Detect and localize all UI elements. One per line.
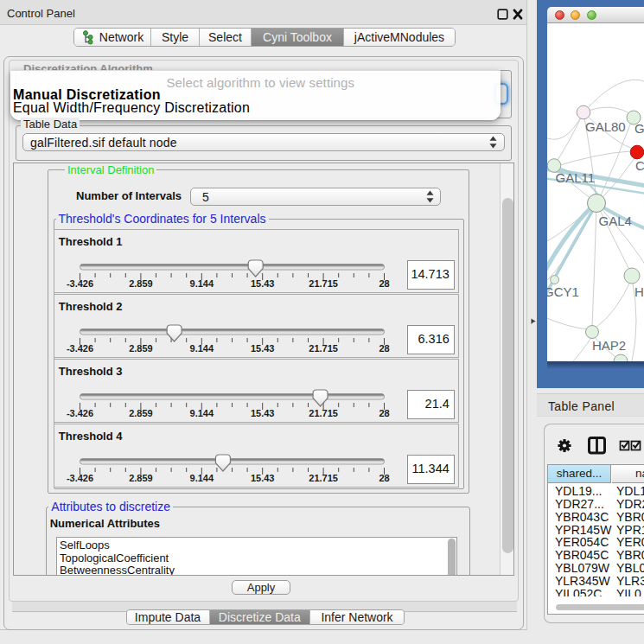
svg-text:GAL80: GAL80: [585, 119, 626, 134]
svg-text:15.43: 15.43: [251, 408, 275, 418]
svg-text:2.859: 2.859: [129, 278, 153, 289]
svg-text:2.859: 2.859: [129, 343, 153, 354]
svg-text:9.144: 9.144: [190, 343, 214, 354]
svg-text:-3.426: -3.426: [67, 278, 93, 289]
svg-text:9.144: 9.144: [190, 408, 214, 418]
svg-text:28: 28: [379, 343, 390, 354]
svg-text:28: 28: [379, 408, 390, 418]
svg-text:HAP2: HAP2: [592, 338, 626, 353]
svg-text:15.43: 15.43: [251, 473, 275, 483]
svg-text:-3.426: -3.426: [67, 408, 93, 418]
svg-text:2.859: 2.859: [129, 473, 153, 483]
svg-text:GAL4: GAL4: [599, 214, 632, 228]
svg-text:-3.426: -3.426: [67, 473, 93, 483]
svg-text:21.715: 21.715: [309, 278, 339, 289]
svg-text:2.859: 2.859: [129, 408, 153, 418]
svg-text:28: 28: [379, 473, 390, 483]
svg-text:H: H: [634, 284, 644, 299]
svg-text:GAL11: GAL11: [556, 170, 596, 185]
svg-text:15.43: 15.43: [251, 343, 275, 354]
svg-text:C: C: [635, 158, 644, 173]
svg-text:21.715: 21.715: [309, 343, 339, 354]
svg-text:-3.426: -3.426: [67, 343, 93, 354]
svg-text:15.43: 15.43: [251, 278, 275, 289]
svg-text:21.715: 21.715: [309, 473, 339, 483]
svg-text:GA: GA: [634, 121, 644, 136]
svg-text:9.144: 9.144: [190, 473, 214, 483]
svg-text:9.144: 9.144: [190, 278, 214, 289]
svg-text:21.715: 21.715: [309, 408, 339, 418]
svg-text:GCY1: GCY1: [547, 284, 579, 299]
svg-text:28: 28: [379, 278, 390, 289]
